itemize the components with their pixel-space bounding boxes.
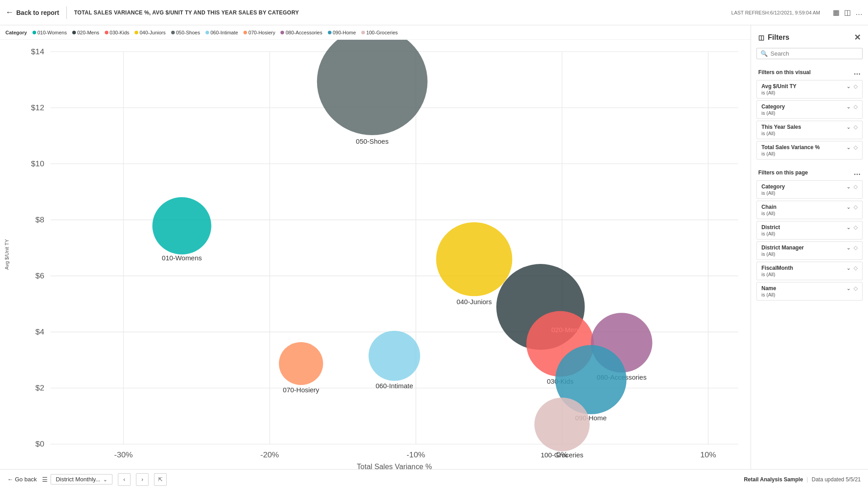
more-options-icon[interactable]: … xyxy=(855,9,863,17)
filter-clear-icon[interactable]: ◇ xyxy=(854,124,858,130)
filter-icon-top[interactable]: ◫ xyxy=(844,8,851,17)
chart-area: Category 010-Womens020-Mens030-Kids040-J… xyxy=(0,25,751,469)
filters-on-visual-header: Filters on this visual … xyxy=(751,65,868,78)
svg-text:$0: $0 xyxy=(35,439,44,448)
page-filter-item-5[interactable]: Name ⌄ ◇ is (All) xyxy=(756,282,863,301)
filter-clear-icon[interactable]: ◇ xyxy=(854,244,858,251)
y-axis-label-container: Avg $/Unit TY xyxy=(0,40,14,469)
filter-clear-icon[interactable]: ◇ xyxy=(854,83,858,89)
topbar-divider xyxy=(66,6,67,19)
filter-chevron-icon: ⌄ xyxy=(846,265,851,271)
visual-filter-item-0[interactable]: Avg $/Unit TY ⌄ ◇ is (All) xyxy=(756,80,863,99)
legend-category-label: Category xyxy=(5,30,27,35)
legend-item-040-Juniors[interactable]: 040-Juniors xyxy=(135,30,165,35)
go-back-label: Go back xyxy=(15,476,37,483)
legend-item-010-Womens[interactable]: 010-Womens xyxy=(33,30,67,35)
filter-chevron-icon: ⌄ xyxy=(846,103,851,110)
svg-text:-30%: -30% xyxy=(114,450,133,459)
expand-button[interactable]: ⇱ xyxy=(154,473,167,486)
svg-text:010-Womens: 010-Womens xyxy=(162,254,202,262)
filter-clear-icon[interactable]: ◇ xyxy=(854,103,858,110)
topbar-icons: ▦ ◫ … xyxy=(833,8,863,17)
filter-clear-icon[interactable]: ◇ xyxy=(854,204,858,210)
filter-clear-icon[interactable]: ◇ xyxy=(854,144,858,150)
page-filter-item-1[interactable]: Chain ⌄ ◇ is (All) xyxy=(756,201,863,219)
filters-page-more-icon[interactable]: … xyxy=(854,169,861,177)
bubble-100-groceries[interactable] xyxy=(534,398,589,451)
page-tab[interactable]: District Monthly... ⌄ xyxy=(51,474,112,484)
svg-text:$6: $6 xyxy=(35,271,44,280)
visual-filter-item-3[interactable]: Total Sales Variance % ⌄ ◇ is (All) xyxy=(756,141,863,160)
page-filter-item-0[interactable]: Category ⌄ ◇ is (All) xyxy=(756,180,863,199)
bubble-070-hosiery[interactable] xyxy=(279,342,323,385)
filters-on-page-label: Filters on this page xyxy=(758,169,808,176)
svg-text:060-Intimate: 060-Intimate xyxy=(376,382,413,390)
filter-clear-icon[interactable]: ◇ xyxy=(854,265,858,271)
legend-item-060-Intimate[interactable]: 060-Intimate xyxy=(205,30,238,35)
main-content: Category 010-Womens020-Mens030-Kids040-J… xyxy=(0,25,868,469)
legend-item-080-Accessories[interactable]: 080-Accessories xyxy=(280,30,322,35)
filters-panel: ◫ Filters ✕ 🔍 Filters on this visual … A… xyxy=(751,25,868,469)
filters-on-visual-label: Filters on this visual xyxy=(758,69,811,75)
svg-text:-10%: -10% xyxy=(406,450,425,459)
svg-text:Total Sales Variance %: Total Sales Variance % xyxy=(357,462,432,469)
filters-visual-more-icon[interactable]: … xyxy=(854,68,861,76)
filters-close-icon[interactable]: ✕ xyxy=(854,33,861,42)
svg-text:$10: $10 xyxy=(31,159,44,168)
y-axis-label: Avg $/Unit TY xyxy=(4,239,9,269)
page-filter-item-2[interactable]: District ⌄ ◇ is (All) xyxy=(756,221,863,240)
page-filter-item-3[interactable]: District Manager ⌄ ◇ is (All) xyxy=(756,241,863,260)
filter-clear-icon[interactable]: ◇ xyxy=(854,285,858,292)
visual-filter-item-2[interactable]: This Year Sales ⌄ ◇ is (All) xyxy=(756,121,863,139)
bubble-010-womens[interactable] xyxy=(152,197,211,254)
last-refresh-label: LAST REFRESH:6/12/2021, 9:59:04 AM xyxy=(731,10,820,15)
filters-panel-title: Filters xyxy=(768,33,789,42)
legend-item-100-Groceries[interactable]: 100-Groceries xyxy=(361,30,398,35)
legend-item-090-Home[interactable]: 090-Home xyxy=(328,30,356,35)
svg-text:$2: $2 xyxy=(35,383,44,392)
filter-funnel-icon: ◫ xyxy=(758,34,764,41)
topbar: ← Back to report TOTAL SALES VARIANCE %,… xyxy=(0,0,868,25)
chart-wrapper: Avg $/Unit TY .grid-line { stroke: #e8e8… xyxy=(0,40,751,469)
go-back-arrow-icon: ← xyxy=(7,476,13,483)
filter-chevron-icon: ⌄ xyxy=(846,244,851,251)
visual-filters-list: Avg $/Unit TY ⌄ ◇ is (All) Category ⌄ ◇ … xyxy=(751,78,868,161)
legend-item-020-Mens[interactable]: 020-Mens xyxy=(72,30,99,35)
nav-next-button[interactable]: › xyxy=(136,473,149,486)
page-filters-list: Category ⌄ ◇ is (All) Chain ⌄ ◇ is (All)… xyxy=(751,179,868,302)
svg-text:050-Shoes: 050-Shoes xyxy=(356,138,388,145)
filters-header: ◫ Filters ✕ xyxy=(751,25,868,48)
visual-filter-item-1[interactable]: Category ⌄ ◇ is (All) xyxy=(756,100,863,119)
filter-chevron-icon: ⌄ xyxy=(846,204,851,210)
svg-text:$14: $14 xyxy=(31,47,45,56)
chart-title: TOTAL SALES VARIANCE %, AVG $/UNIT TY AN… xyxy=(74,9,299,16)
filter-clear-icon[interactable]: ◇ xyxy=(854,224,858,230)
back-button[interactable]: ← Back to report xyxy=(5,8,59,17)
filter-chevron-icon: ⌄ xyxy=(846,124,851,130)
legend-item-050-Shoes[interactable]: 050-Shoes xyxy=(171,30,200,35)
filter-search-input[interactable] xyxy=(770,50,859,57)
legend-item-030-Kids[interactable]: 030-Kids xyxy=(105,30,129,35)
filter-chevron-icon: ⌄ xyxy=(846,183,851,190)
go-back-button[interactable]: ← Go back xyxy=(7,476,37,483)
page-tab-label-text: District Monthly... xyxy=(56,476,100,483)
bubble-040-juniors[interactable] xyxy=(436,222,513,296)
bottombar-right: Retail Analysis Sample | Data updated 5/… xyxy=(744,476,861,483)
svg-text:100-Groceries: 100-Groceries xyxy=(541,451,583,459)
page-filter-item-4[interactable]: FiscalMonth ⌄ ◇ is (All) xyxy=(756,262,863,280)
bottombar: ← Go back ☰ District Monthly... ⌄ ‹ › ⇱ … xyxy=(0,469,868,489)
bubble-050-shoes[interactable] xyxy=(317,40,428,135)
page-tabs: ☰ District Monthly... ⌄ xyxy=(42,474,112,484)
filter-chevron-icon: ⌄ xyxy=(846,83,851,89)
back-button-label: Back to report xyxy=(16,9,59,16)
legend-item-070-Hosiery[interactable]: 070-Hosiery xyxy=(243,30,275,35)
data-updated-label: Data updated 5/5/21 xyxy=(812,476,861,483)
search-box[interactable]: 🔍 xyxy=(756,48,863,59)
copy-icon[interactable]: ▦ xyxy=(833,8,840,17)
filter-chevron-icon: ⌄ xyxy=(846,144,851,150)
bubble-060-intimate[interactable] xyxy=(369,331,420,381)
chart-svg: .grid-line { stroke: #e8e8e8; stroke-wid… xyxy=(14,40,751,469)
nav-previous-button[interactable]: ‹ xyxy=(118,473,131,486)
svg-text:$8: $8 xyxy=(35,215,44,224)
filter-clear-icon[interactable]: ◇ xyxy=(854,183,858,190)
